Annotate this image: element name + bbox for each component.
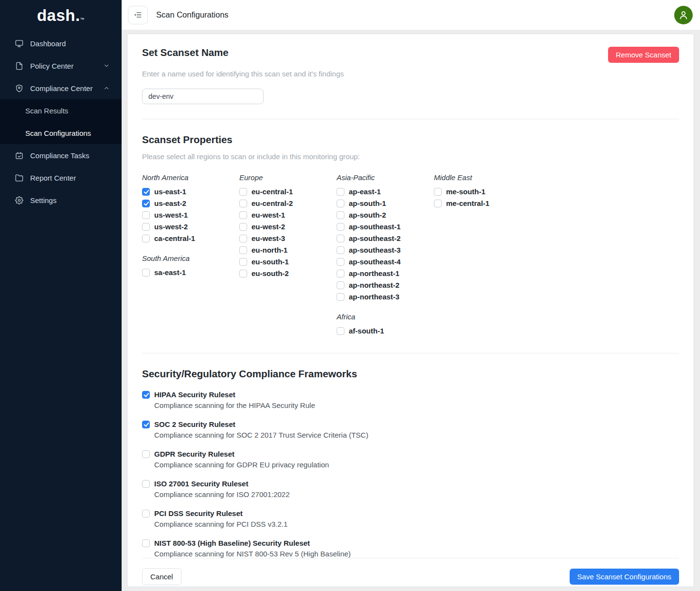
sidebar-item-compliance-tasks[interactable]: Compliance Tasks: [0, 144, 122, 166]
save-scanset-configurations-button[interactable]: Save Scanset Configurations: [570, 569, 679, 585]
region-checkbox-me-south-1[interactable]: [434, 188, 442, 196]
region-option-me-south-1[interactable]: me-south-1: [434, 187, 531, 196]
framework-option-iso-27001-security-ruleset[interactable]: ISO 27001 Security Ruleset: [142, 480, 679, 488]
region-option-eu-north-1[interactable]: eu-north-1: [239, 246, 337, 254]
region-option-eu-south-1[interactable]: eu-south-1: [239, 258, 337, 266]
region-label: us-east-2: [154, 199, 186, 207]
framework-checkbox-hipaa-security-ruleset[interactable]: [142, 391, 150, 399]
region-checkbox-ap-northeast-2[interactable]: [337, 281, 344, 289]
sidebar: dash.™ Dashboard Policy Center Complianc…: [0, 0, 122, 591]
region-checkbox-eu-north-1[interactable]: [239, 246, 247, 254]
region-option-ap-southeast-3[interactable]: ap-southeast-3: [337, 246, 434, 254]
region-label: us-west-2: [154, 222, 188, 231]
region-option-eu-south-2[interactable]: eu-south-2: [239, 269, 337, 277]
region-option-ap-south-1[interactable]: ap-south-1: [337, 199, 434, 207]
region-checkbox-ap-south-1[interactable]: [337, 200, 344, 207]
region-checkbox-us-west-2[interactable]: [142, 223, 150, 231]
region-option-af-south-1[interactable]: af-south-1: [337, 327, 434, 335]
region-label: eu-west-1: [251, 211, 285, 219]
region-option-eu-central-1[interactable]: eu-central-1: [239, 187, 337, 196]
sidebar-item-dashboard[interactable]: Dashboard: [0, 32, 122, 55]
region-checkbox-ap-northeast-3[interactable]: [337, 293, 344, 301]
region-option-eu-west-3[interactable]: eu-west-3: [239, 234, 337, 242]
region-checkbox-ap-southeast-2[interactable]: [337, 235, 344, 242]
framework-checkbox-pci-dss-security-ruleset[interactable]: [142, 510, 150, 517]
region-checkbox-ca-central-1[interactable]: [142, 235, 150, 242]
region-checkbox-eu-central-2[interactable]: [239, 200, 247, 207]
region-option-ap-east-1[interactable]: ap-east-1: [337, 187, 434, 196]
region-option-eu-west-1[interactable]: eu-west-1: [239, 211, 337, 219]
trademark-symbol: ™: [80, 17, 85, 22]
scanset-name-input[interactable]: [142, 89, 264, 104]
main-area: Scan Configurations Set Scanset Name Rem…: [122, 0, 700, 591]
region-option-ap-south-2[interactable]: ap-south-2: [337, 211, 434, 219]
region-checkbox-ap-northeast-1[interactable]: [337, 270, 344, 277]
sidebar-item-settings[interactable]: Settings: [0, 189, 122, 211]
region-checkbox-eu-west-2[interactable]: [239, 223, 247, 231]
framework-option-pci-dss-security-ruleset[interactable]: PCI DSS Security Ruleset: [142, 509, 679, 517]
framework-option-hipaa-security-ruleset[interactable]: HIPAA Security Ruleset: [142, 390, 679, 399]
sidebar-item-report-center[interactable]: Report Center: [0, 166, 122, 189]
region-grid: North America us-east-1 us-east-2 us-wes…: [142, 173, 679, 338]
framework-option-soc-2-security-ruleset[interactable]: SOC 2 Security Ruleset: [142, 420, 679, 428]
region-group-title: South America: [142, 254, 239, 262]
framework-option-gdpr-security-ruleset[interactable]: GDPR Security Ruleset: [142, 450, 679, 458]
region-checkbox-ap-south-2[interactable]: [337, 211, 344, 219]
region-checkbox-us-east-2[interactable]: [142, 200, 150, 207]
user-avatar[interactable]: [674, 6, 693, 24]
region-checkbox-ap-southeast-1[interactable]: [337, 223, 344, 231]
cancel-button[interactable]: Cancel: [142, 568, 181, 585]
region-checkbox-ap-southeast-4[interactable]: [337, 258, 344, 266]
region-option-sa-east-1[interactable]: sa-east-1: [142, 268, 239, 277]
sidebar-item-label: Report Center: [30, 174, 76, 182]
remove-scanset-button[interactable]: Remove Scanset: [608, 47, 679, 63]
region-label: ca-central-1: [154, 234, 195, 242]
region-group-south-america: South America sa-east-1: [142, 254, 239, 277]
region-checkbox-ap-east-1[interactable]: [337, 188, 344, 196]
region-label: ap-northeast-3: [349, 293, 399, 301]
region-option-ap-southeast-1[interactable]: ap-southeast-1: [337, 222, 434, 231]
region-checkbox-eu-south-1[interactable]: [239, 258, 247, 266]
region-option-us-west-1[interactable]: us-west-1: [142, 211, 239, 219]
framework-option-nist-800-53-high-baseline-security-ruleset[interactable]: NIST 800-53 (High Baseline) Security Rul…: [142, 539, 679, 547]
person-icon: [678, 9, 689, 21]
region-option-ap-northeast-1[interactable]: ap-northeast-1: [337, 269, 434, 277]
sidebar-item-scan-results[interactable]: Scan Results: [0, 99, 122, 122]
region-checkbox-us-west-1[interactable]: [142, 211, 150, 219]
brand-logo: dash.™: [0, 0, 122, 31]
region-checkbox-af-south-1[interactable]: [337, 327, 344, 335]
scanset-properties-section: Scanset Properties Please select all reg…: [142, 134, 679, 338]
region-option-ap-northeast-2[interactable]: ap-northeast-2: [337, 281, 434, 289]
card-footer: Cancel Save Scanset Configurations: [142, 558, 679, 585]
region-checkbox-eu-central-1[interactable]: [239, 188, 247, 196]
region-option-ap-southeast-2[interactable]: ap-southeast-2: [337, 234, 434, 242]
region-option-eu-west-2[interactable]: eu-west-2: [239, 222, 337, 231]
scanset-name-description: Enter a name used for identifying this s…: [142, 70, 679, 78]
region-checkbox-us-east-1[interactable]: [142, 188, 150, 196]
region-checkbox-eu-west-1[interactable]: [239, 211, 247, 219]
region-option-ap-southeast-4[interactable]: ap-southeast-4: [337, 258, 434, 266]
region-option-us-west-2[interactable]: us-west-2: [142, 222, 239, 231]
sidebar-item-scan-configurations[interactable]: Scan Configurations: [0, 122, 122, 144]
framework-item-hipaa-security-ruleset: HIPAA Security Ruleset Compliance scanni…: [142, 390, 679, 409]
region-checkbox-sa-east-1[interactable]: [142, 269, 150, 277]
region-option-eu-central-2[interactable]: eu-central-2: [239, 199, 337, 207]
sidebar-toggle-button[interactable]: [128, 6, 148, 24]
region-checkbox-me-central-1[interactable]: [434, 200, 442, 207]
region-option-us-east-2[interactable]: us-east-2: [142, 199, 239, 207]
region-option-us-east-1[interactable]: us-east-1: [142, 187, 239, 196]
framework-checkbox-nist-800-53-high-baseline-security-ruleset[interactable]: [142, 539, 150, 547]
framework-checkbox-gdpr-security-ruleset[interactable]: [142, 450, 150, 458]
region-checkbox-ap-southeast-3[interactable]: [337, 246, 344, 254]
region-option-ca-central-1[interactable]: ca-central-1: [142, 234, 239, 242]
sidebar-item-compliance-center[interactable]: Compliance Center: [0, 77, 122, 99]
framework-checkbox-iso-27001-security-ruleset[interactable]: [142, 480, 150, 488]
framework-checkbox-soc-2-security-ruleset[interactable]: [142, 421, 150, 428]
region-option-ap-northeast-3[interactable]: ap-northeast-3: [337, 293, 434, 301]
sidebar-item-policy-center[interactable]: Policy Center: [0, 55, 122, 77]
content-area: Set Scanset Name Remove Scanset Enter a …: [122, 30, 700, 591]
region-checkbox-eu-west-3[interactable]: [239, 235, 247, 242]
region-checkbox-eu-south-2[interactable]: [239, 270, 247, 277]
framework-item-gdpr-security-ruleset: GDPR Security Ruleset Compliance scannin…: [142, 450, 679, 469]
region-option-me-central-1[interactable]: me-central-1: [434, 199, 531, 207]
